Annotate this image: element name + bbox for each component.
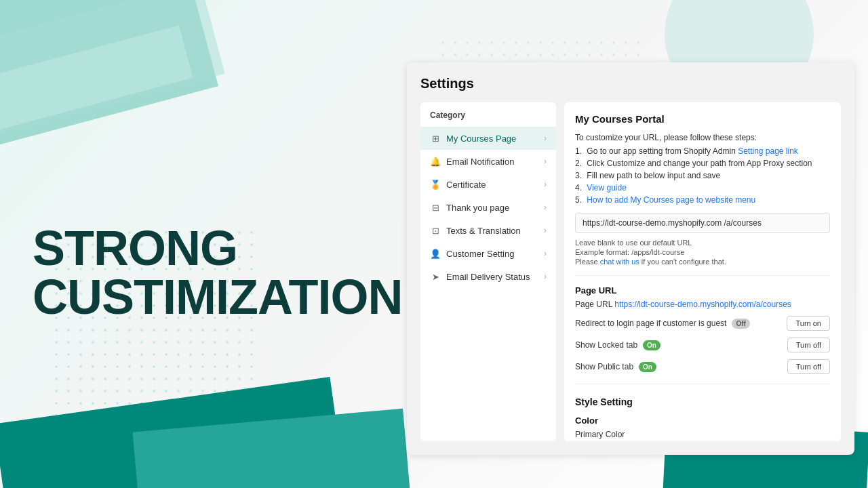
sidebar-item-thank-you-page[interactable]: ⊟ Thank you page › (420, 196, 556, 219)
divider-2 (575, 384, 830, 384)
chevron-right-icon: › (544, 180, 547, 189)
settings-panel: Settings Category ⊞ My Courses Page › 🔔 … (407, 62, 854, 455)
show-public-left: Show Public tab On (575, 362, 656, 372)
sidebar-item-email-notification[interactable]: 🔔 Email Notification › (420, 150, 556, 173)
show-locked-toggle-btn[interactable]: Turn off (787, 338, 830, 352)
send-icon: ➤ (430, 271, 441, 282)
hero-line1: STRONG (33, 224, 403, 272)
sidebar-item-label: Email Notification (446, 157, 514, 167)
certificate-icon: 🏅 (430, 179, 441, 190)
bell-icon: 🔔 (430, 156, 441, 167)
hero-line2: CUSTIMIZATION (33, 272, 403, 321)
add-courses-menu-link[interactable]: How to add My Courses page to website me… (587, 195, 755, 205)
sidebar-item-email-delivery-status[interactable]: ➤ Email Delivery Status › (420, 265, 556, 288)
chevron-right-icon: › (544, 134, 547, 143)
settings-title: Settings (420, 76, 841, 92)
settings-body: Category ⊞ My Courses Page › 🔔 Email Not… (420, 102, 841, 441)
page-url-section-label: Page URL (575, 285, 830, 296)
show-public-row: Show Public tab On Turn off (575, 359, 830, 374)
thankyou-icon: ⊟ (430, 202, 441, 213)
sidebar-item-left: ➤ Email Delivery Status (430, 271, 530, 282)
sidebar-item-my-courses-page[interactable]: ⊞ My Courses Page › (420, 127, 556, 150)
main-content: My Courses Portal To customize your URL,… (564, 102, 841, 441)
sidebar-item-customer-setting[interactable]: 👤 Customer Setting › (420, 242, 556, 265)
show-locked-row: Show Locked tab On Turn off (575, 338, 830, 352)
category-header: Category (420, 110, 556, 127)
sidebar-item-left: 🔔 Email Notification (430, 156, 514, 167)
redirect-label: Redirect to login page if customer is gu… (575, 319, 726, 328)
sidebar-item-label: Customer Setting (446, 249, 514, 259)
category-sidebar: Category ⊞ My Courses Page › 🔔 Email Not… (420, 102, 556, 441)
sidebar-item-certificate[interactable]: 🏅 Certificate › (420, 173, 556, 196)
sidebar-item-left: ⊞ My Courses Page (430, 133, 516, 144)
step-3: 3. Fill new path to below input and save (575, 171, 830, 180)
view-guide-link[interactable]: View guide (587, 183, 627, 192)
sidebar-item-label: Texts & Translation (446, 226, 521, 236)
style-section-title: Style Setting (575, 394, 830, 407)
hint-chat: Please chat with us if you can't configu… (575, 258, 830, 266)
url-input[interactable] (575, 213, 830, 233)
text-icon: ⊡ (430, 225, 441, 236)
hint-blank: Leave blank to use our default URL (575, 239, 830, 247)
hint-example: Example format: /apps/ldt-course (575, 248, 830, 256)
step-4: 4. View guide (575, 183, 830, 192)
user-icon: 👤 (430, 248, 441, 259)
portal-title: My Courses Portal (575, 113, 830, 125)
primary-color-label: Primary Color (575, 430, 830, 439)
instruction-text: To customize your URL, please follow the… (575, 133, 830, 142)
redirect-left: Redirect to login page if customer is gu… (575, 319, 750, 329)
show-public-label: Show Public tab (575, 362, 633, 371)
chevron-right-icon: › (544, 226, 547, 235)
chevron-right-icon: › (544, 157, 547, 166)
steps-list: 1. Go to our app setting from Shopify Ad… (575, 146, 830, 205)
redirect-setting-row: Redirect to login page if customer is gu… (575, 316, 830, 331)
show-public-toggle-btn[interactable]: Turn off (787, 359, 830, 374)
chevron-right-icon: › (544, 272, 547, 281)
sidebar-item-left: 🏅 Certificate (430, 179, 486, 190)
show-locked-label: Show Locked tab (575, 340, 637, 350)
sidebar-item-left: ⊟ Thank you page (430, 202, 509, 213)
grid-icon: ⊞ (430, 133, 441, 144)
step-1: 1. Go to our app setting from Shopify Ad… (575, 146, 830, 156)
step-5: 5. How to add My Courses page to website… (575, 195, 830, 205)
sidebar-item-left: 👤 Customer Setting (430, 248, 514, 259)
sidebar-item-label: Thank you page (446, 203, 509, 213)
sidebar-item-texts-translation[interactable]: ⊡ Texts & Translation › (420, 219, 556, 242)
chat-with-us-link[interactable]: chat with us (600, 258, 639, 266)
setting-page-link[interactable]: Setting page link (738, 146, 798, 156)
step-2: 2. Click Customize and change your path … (575, 159, 830, 168)
show-public-status-badge: On (639, 362, 656, 372)
sidebar-item-label: My Courses Page (446, 134, 516, 144)
divider-1 (575, 275, 830, 276)
sidebar-item-label: Certificate (446, 180, 486, 190)
redirect-toggle-btn[interactable]: Turn on (787, 316, 830, 331)
show-locked-status-badge: On (643, 340, 660, 350)
page-url-row: Page URL https://ldt-course-demo.myshopi… (575, 300, 830, 309)
sidebar-item-label: Email Delivery Status (446, 272, 530, 282)
chevron-right-icon: › (544, 249, 547, 258)
redirect-status-badge: Off (732, 319, 749, 329)
sidebar-item-left: ⊡ Texts & Translation (430, 225, 521, 236)
hero-text: STRONG CUSTIMIZATION (33, 224, 403, 321)
page-url-link[interactable]: https://ldt-course-demo.myshopify.com/a/… (614, 300, 791, 309)
chevron-right-icon: › (544, 203, 547, 212)
color-section-label: Color (575, 415, 830, 426)
show-locked-left: Show Locked tab On (575, 340, 660, 350)
